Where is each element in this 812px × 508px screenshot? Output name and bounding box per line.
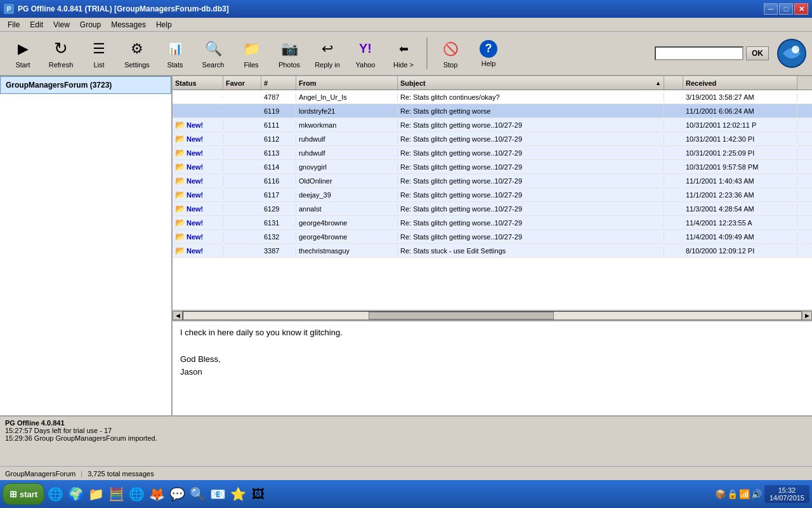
row-favor bbox=[223, 180, 261, 182]
reply-in-button[interactable]: ↩ Reply in bbox=[310, 35, 345, 72]
maximize-button[interactable]: □ bbox=[779, 3, 793, 15]
taskbar-skype-icon[interactable]: 💬 bbox=[167, 485, 187, 504]
table-row[interactable]: 📂 New! 3387 thechristmasguy Re: Stats st… bbox=[173, 244, 812, 258]
files-label: Files bbox=[244, 61, 258, 69]
table-row[interactable]: 📂 New! 6117 deejay_39 Re: Stats glitch g… bbox=[173, 188, 812, 202]
row-received: 11/4/2001 12:23:55 A bbox=[683, 218, 797, 227]
menu-bar: File Edit View Group Messages Help bbox=[0, 18, 812, 32]
table-row[interactable]: 4787 Angel_In_Ur_Is Re: Stats glitch con… bbox=[173, 90, 812, 104]
horizontal-scrollbar[interactable]: ◀ ▶ bbox=[173, 310, 812, 320]
row-subject: Re: Stats glitch getting worse bbox=[398, 107, 664, 116]
photos-button[interactable]: 📷 Photos bbox=[272, 35, 307, 72]
taskbar-pg-icon[interactable]: 📧 bbox=[208, 485, 227, 504]
row-num: 6116 bbox=[261, 177, 296, 185]
minimize-button[interactable]: ─ bbox=[764, 3, 778, 15]
row-num: 6113 bbox=[261, 149, 296, 157]
taskbar-ie-icon[interactable]: 🌐 bbox=[46, 485, 65, 504]
tray-security[interactable]: 🔒 bbox=[727, 489, 738, 499]
new-badge: New! bbox=[187, 191, 203, 199]
row-subject: Re: Stats glitch getting worse..10/27-29 bbox=[398, 135, 664, 144]
table-row[interactable]: 📂 New! 6131 george4browne Re: Stats glit… bbox=[173, 216, 812, 230]
row-flag bbox=[664, 110, 683, 112]
row-subject: Re: Stats glitch getting worse..10/27-29 bbox=[398, 149, 664, 157]
start-button[interactable]: ⊞ start bbox=[3, 483, 44, 505]
menu-help[interactable]: Help bbox=[151, 19, 177, 30]
tray-audio[interactable]: 🔊 bbox=[751, 489, 762, 499]
menu-group[interactable]: Group bbox=[75, 19, 106, 30]
list-button[interactable]: ☰ List bbox=[81, 35, 117, 72]
h-scroll-thumb[interactable] bbox=[369, 312, 554, 319]
taskbar-calc-icon[interactable]: 🧮 bbox=[107, 485, 126, 504]
table-row[interactable]: 📂 New! 6113 ruhdwulf Re: Stats glitch ge… bbox=[173, 146, 812, 160]
col-received[interactable]: Received bbox=[683, 76, 797, 90]
row-subject: Re: Stats glitch getting worse..10/27-29 bbox=[398, 177, 664, 185]
row-subject: Re: Stats glitch getting worse..10/27-29 bbox=[398, 121, 664, 130]
col-subject[interactable]: Subject ▲ bbox=[398, 76, 664, 90]
row-status: 📂 New! bbox=[173, 245, 223, 256]
row-num: 6119 bbox=[261, 107, 296, 116]
scroll-right-arrow[interactable]: ▶ bbox=[802, 311, 812, 320]
clock[interactable]: 15:32 14/07/2015 bbox=[764, 485, 809, 503]
hide-icon: ⬅ bbox=[393, 39, 414, 59]
col-favor[interactable]: Favor bbox=[223, 76, 261, 90]
taskbar-search-icon[interactable]: 🔍 bbox=[188, 485, 207, 504]
table-row[interactable]: 📂 New! 6132 george4browne Re: Stats glit… bbox=[173, 230, 812, 244]
row-from: mkworkman bbox=[296, 121, 398, 130]
row-received: 10/31/2001 2:25:09 PI bbox=[683, 149, 797, 157]
taskbar-app-icon[interactable]: ⭐ bbox=[228, 485, 247, 504]
table-row[interactable]: 6119 lordstryfe21 Re: Stats glitch getti… bbox=[173, 104, 812, 118]
row-num: 6112 bbox=[261, 135, 296, 144]
table-row[interactable]: 📂 New! 6129 annalst Re: Stats glitch get… bbox=[173, 202, 812, 216]
yahoo-button[interactable]: Y! Yahoo bbox=[348, 35, 383, 72]
row-subject: Re: Stats glitch getting worse..10/27-29 bbox=[398, 163, 664, 171]
search-input[interactable] bbox=[655, 46, 743, 60]
row-favor bbox=[223, 97, 261, 98]
taskbar-firefox-icon[interactable]: 🦊 bbox=[147, 485, 166, 504]
app-logo bbox=[776, 38, 807, 69]
scroll-left-arrow[interactable]: ◀ bbox=[173, 311, 183, 320]
refresh-button[interactable]: ↻ Refresh bbox=[43, 35, 79, 72]
tray-dropbox[interactable]: 📦 bbox=[715, 489, 726, 499]
row-flag bbox=[664, 250, 683, 251]
col-status[interactable]: Status bbox=[173, 76, 223, 90]
help-button[interactable]: ? Help bbox=[471, 35, 506, 72]
sidebar-group-item[interactable]: GroupManagersForum (3723) bbox=[0, 76, 171, 94]
col-arrow[interactable] bbox=[664, 76, 683, 90]
search-button[interactable]: 🔍 Search bbox=[195, 35, 231, 72]
taskbar-folder-icon[interactable]: 📁 bbox=[86, 485, 105, 504]
menu-messages[interactable]: Messages bbox=[106, 19, 151, 30]
ok-button[interactable]: OK bbox=[746, 46, 769, 60]
col-num[interactable]: # bbox=[261, 76, 296, 90]
table-row[interactable]: 📂 New! 6111 mkworkman Re: Stats glitch g… bbox=[173, 118, 812, 132]
stats-button[interactable]: 📊 Stats bbox=[157, 35, 193, 72]
folder-icon: 📂 bbox=[175, 148, 185, 157]
taskbar-globe-icon[interactable]: 🌍 bbox=[66, 485, 85, 504]
taskbar-photo-icon[interactable]: 🖼 bbox=[249, 485, 268, 504]
table-row[interactable]: 📂 New! 6116 OldOnliner Re: Stats glitch … bbox=[173, 174, 812, 188]
table-row[interactable]: 📂 New! 6112 ruhdwulf Re: Stats glitch ge… bbox=[173, 132, 812, 146]
files-button[interactable]: 📁 Files bbox=[233, 35, 269, 72]
stop-button[interactable]: 🚫 Stop bbox=[433, 35, 468, 72]
table-row[interactable]: 📂 New! 6114 gnovygirl Re: Stats glitch g… bbox=[173, 160, 812, 174]
settings-button[interactable]: ⚙ Settings bbox=[119, 35, 155, 72]
taskbar-planet-icon[interactable]: 🌐 bbox=[127, 485, 146, 504]
stats-icon: 📊 bbox=[165, 39, 185, 59]
menu-file[interactable]: File bbox=[3, 19, 25, 30]
total-messages-status: 3,725 total messages bbox=[88, 470, 154, 478]
hide-button[interactable]: ⬅ Hide > bbox=[386, 35, 421, 72]
row-favor bbox=[223, 208, 261, 210]
files-icon: 📁 bbox=[241, 39, 261, 59]
refresh-icon: ↻ bbox=[51, 39, 71, 59]
start-button[interactable]: ▶ Start bbox=[5, 35, 41, 72]
menu-view[interactable]: View bbox=[48, 19, 75, 30]
folder-icon: 📂 bbox=[175, 218, 185, 227]
tray-network[interactable]: 📶 bbox=[739, 489, 750, 499]
app-icon: P bbox=[4, 4, 14, 14]
new-badge: New! bbox=[187, 177, 203, 185]
h-scroll-track[interactable] bbox=[183, 311, 802, 320]
col-from[interactable]: From bbox=[296, 76, 398, 90]
close-button[interactable]: ✕ bbox=[794, 3, 808, 15]
status-line3: 15:29:36 Group GroupManagersForum import… bbox=[5, 434, 807, 442]
menu-edit[interactable]: Edit bbox=[25, 19, 48, 30]
stats-label: Stats bbox=[167, 61, 183, 69]
